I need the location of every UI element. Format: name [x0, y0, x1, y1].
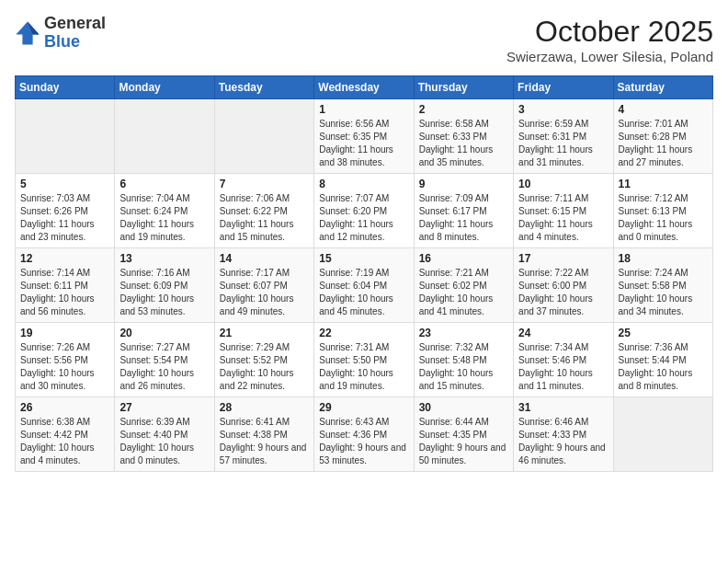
day-info: Sunrise: 6:56 AMSunset: 6:35 PMDaylight:… [319, 118, 408, 169]
calendar-cell: 17Sunrise: 7:22 AMSunset: 6:00 PMDayligh… [514, 248, 613, 323]
calendar-cell: 14Sunrise: 7:17 AMSunset: 6:07 PMDayligh… [214, 248, 313, 323]
day-info: Sunrise: 7:04 AMSunset: 6:24 PMDaylight:… [119, 192, 209, 244]
calendar-cell: 15Sunrise: 7:19 AMSunset: 6:04 PMDayligh… [314, 248, 414, 323]
weekday-header-row: SundayMondayTuesdayWednesdayThursdayFrid… [16, 76, 713, 99]
day-number: 25 [619, 327, 708, 339]
day-info: Sunrise: 7:16 AMSunset: 6:09 PMDaylight:… [119, 267, 209, 318]
weekday-header: Thursday [414, 76, 513, 99]
day-number: 7 [220, 178, 309, 190]
calendar-week-row: 26Sunrise: 6:38 AMSunset: 4:42 PMDayligh… [16, 397, 713, 472]
day-info: Sunrise: 7:09 AMSunset: 6:17 PMDaylight:… [419, 192, 508, 244]
day-number: 27 [119, 401, 209, 414]
location-title: Swierzawa, Lower Silesia, Poland [506, 49, 713, 64]
weekday-header: Tuesday [214, 76, 313, 99]
weekday-header: Sunday [16, 76, 115, 99]
day-number: 10 [518, 178, 608, 190]
day-info: Sunrise: 6:38 AMSunset: 4:42 PMDaylight:… [20, 416, 109, 467]
day-info: Sunrise: 6:43 AMSunset: 4:36 PMDaylight:… [319, 416, 408, 467]
day-info: Sunrise: 7:01 AMSunset: 6:28 PMDaylight:… [619, 118, 708, 169]
calendar-cell: 13Sunrise: 7:16 AMSunset: 6:09 PMDayligh… [115, 248, 214, 323]
logo-blue-text: Blue [44, 33, 106, 52]
calendar-cell: 18Sunrise: 7:24 AMSunset: 5:58 PMDayligh… [613, 248, 712, 323]
day-number: 6 [119, 178, 209, 190]
day-info: Sunrise: 7:31 AMSunset: 5:50 PMDaylight:… [319, 341, 408, 393]
day-number: 19 [20, 327, 109, 339]
logo-general-text: General [44, 15, 106, 33]
day-info: Sunrise: 7:36 AMSunset: 5:44 PMDaylight:… [619, 341, 708, 393]
day-info: Sunrise: 7:07 AMSunset: 6:20 PMDaylight:… [319, 192, 408, 244]
day-info: Sunrise: 6:44 AMSunset: 4:35 PMDaylight:… [419, 416, 508, 467]
calendar-week-row: 1Sunrise: 6:56 AMSunset: 6:35 PMDaylight… [16, 99, 713, 174]
calendar-cell: 29Sunrise: 6:43 AMSunset: 4:36 PMDayligh… [314, 397, 414, 472]
day-number: 22 [319, 327, 408, 339]
day-number: 15 [319, 252, 408, 265]
calendar-cell: 16Sunrise: 7:21 AMSunset: 6:02 PMDayligh… [414, 248, 513, 323]
calendar-cell: 27Sunrise: 6:39 AMSunset: 4:40 PMDayligh… [115, 397, 214, 472]
day-info: Sunrise: 6:46 AMSunset: 4:33 PMDaylight:… [518, 416, 608, 467]
day-number: 9 [419, 178, 508, 190]
calendar-cell: 28Sunrise: 6:41 AMSunset: 4:38 PMDayligh… [214, 397, 313, 472]
day-info: Sunrise: 7:03 AMSunset: 6:26 PMDaylight:… [20, 192, 109, 244]
title-block: October 2025 Swierzawa, Lower Silesia, P… [506, 15, 713, 64]
day-number: 31 [518, 401, 608, 414]
day-info: Sunrise: 7:26 AMSunset: 5:56 PMDaylight:… [20, 341, 109, 393]
day-number: 26 [20, 401, 109, 414]
calendar-cell: 1Sunrise: 6:56 AMSunset: 6:35 PMDaylight… [314, 99, 414, 174]
day-number: 4 [619, 103, 708, 116]
day-number: 1 [319, 103, 408, 116]
day-info: Sunrise: 7:22 AMSunset: 6:00 PMDaylight:… [518, 267, 608, 318]
day-number: 24 [518, 327, 608, 339]
calendar-cell: 20Sunrise: 7:27 AMSunset: 5:54 PMDayligh… [115, 323, 214, 397]
calendar-cell: 26Sunrise: 6:38 AMSunset: 4:42 PMDayligh… [16, 397, 115, 472]
month-title: October 2025 [506, 15, 713, 49]
day-number: 5 [20, 178, 109, 190]
calendar-cell: 4Sunrise: 7:01 AMSunset: 6:28 PMDaylight… [613, 99, 712, 174]
calendar-cell: 23Sunrise: 7:32 AMSunset: 5:48 PMDayligh… [414, 323, 513, 397]
calendar-cell [16, 99, 115, 174]
calendar-cell: 2Sunrise: 6:58 AMSunset: 6:33 PMDaylight… [414, 99, 513, 174]
weekday-header: Monday [115, 76, 214, 99]
day-info: Sunrise: 7:34 AMSunset: 5:46 PMDaylight:… [518, 341, 608, 393]
day-number: 3 [518, 103, 608, 116]
day-info: Sunrise: 7:06 AMSunset: 6:22 PMDaylight:… [220, 192, 309, 244]
day-info: Sunrise: 7:27 AMSunset: 5:54 PMDaylight:… [119, 341, 209, 393]
calendar-cell: 5Sunrise: 7:03 AMSunset: 6:26 PMDaylight… [16, 174, 115, 248]
day-number: 28 [220, 401, 309, 414]
calendar-cell: 11Sunrise: 7:12 AMSunset: 6:13 PMDayligh… [613, 174, 712, 248]
calendar-cell: 8Sunrise: 7:07 AMSunset: 6:20 PMDaylight… [314, 174, 414, 248]
calendar-cell: 9Sunrise: 7:09 AMSunset: 6:17 PMDaylight… [414, 174, 513, 248]
calendar-cell: 3Sunrise: 6:59 AMSunset: 6:31 PMDaylight… [514, 99, 613, 174]
day-info: Sunrise: 6:59 AMSunset: 6:31 PMDaylight:… [518, 118, 608, 169]
calendar-cell: 12Sunrise: 7:14 AMSunset: 6:11 PMDayligh… [16, 248, 115, 323]
calendar-cell: 7Sunrise: 7:06 AMSunset: 6:22 PMDaylight… [214, 174, 313, 248]
day-info: Sunrise: 7:24 AMSunset: 5:58 PMDaylight:… [619, 267, 708, 318]
day-info: Sunrise: 7:32 AMSunset: 5:48 PMDaylight:… [419, 341, 508, 393]
day-number: 16 [419, 252, 508, 265]
calendar-cell: 31Sunrise: 6:46 AMSunset: 4:33 PMDayligh… [514, 397, 613, 472]
weekday-header: Friday [514, 76, 613, 99]
calendar-cell: 30Sunrise: 6:44 AMSunset: 4:35 PMDayligh… [414, 397, 513, 472]
day-number: 13 [119, 252, 209, 265]
day-number: 11 [619, 178, 708, 190]
day-number: 2 [419, 103, 508, 116]
calendar-week-row: 19Sunrise: 7:26 AMSunset: 5:56 PMDayligh… [16, 323, 713, 397]
logo: General Blue [15, 15, 106, 52]
calendar-cell: 24Sunrise: 7:34 AMSunset: 5:46 PMDayligh… [514, 323, 613, 397]
calendar-cell [613, 397, 712, 472]
calendar-cell: 10Sunrise: 7:11 AMSunset: 6:15 PMDayligh… [514, 174, 613, 248]
day-info: Sunrise: 7:19 AMSunset: 6:04 PMDaylight:… [319, 267, 408, 318]
calendar-cell [115, 99, 214, 174]
calendar-cell: 22Sunrise: 7:31 AMSunset: 5:50 PMDayligh… [314, 323, 414, 397]
day-number: 20 [119, 327, 209, 339]
day-number: 8 [319, 178, 408, 190]
logo-icon [15, 20, 40, 46]
day-number: 23 [419, 327, 508, 339]
day-info: Sunrise: 7:17 AMSunset: 6:07 PMDaylight:… [220, 267, 309, 318]
day-number: 30 [419, 401, 508, 414]
day-number: 14 [220, 252, 309, 265]
day-number: 29 [319, 401, 408, 414]
day-info: Sunrise: 7:14 AMSunset: 6:11 PMDaylight:… [20, 267, 109, 318]
weekday-header: Saturday [613, 76, 712, 99]
day-number: 12 [20, 252, 109, 265]
logo-text: General Blue [44, 15, 106, 52]
